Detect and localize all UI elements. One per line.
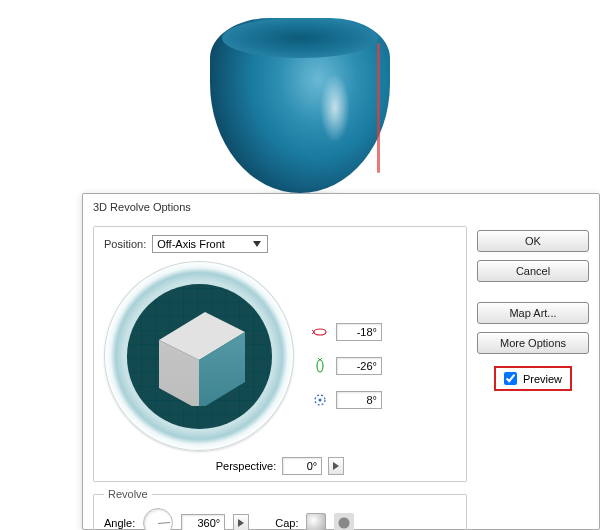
cap-label: Cap: [275,517,298,529]
perspective-label: Perspective: [216,460,277,472]
angle-step-button[interactable] [233,514,249,530]
cancel-button[interactable]: Cancel [477,260,589,282]
bowl-highlight [320,73,350,143]
rotate-x-icon [312,324,328,340]
rotate-z-input[interactable] [336,391,382,409]
preview-checkbox[interactable] [504,372,517,385]
position-label: Position: [104,238,146,250]
dialog-title: 3D Revolve Options [83,194,599,220]
cap-on-button[interactable] [306,513,326,530]
preview-checkbox-container[interactable]: Preview [494,366,572,391]
rotate-x-input[interactable] [336,323,382,341]
rotate-z-icon [312,392,328,408]
svg-point-0 [314,329,326,335]
position-value[interactable] [153,236,253,252]
position-combo[interactable] [152,235,268,253]
svg-point-1 [317,360,323,372]
angle-dial[interactable] [143,508,173,530]
revolved-bowl-shape [210,18,390,193]
revolve-group: Revolve Angle: Cap: [93,488,467,530]
cap-off-button[interactable] [334,513,354,530]
chevron-down-icon[interactable] [253,241,267,247]
rotate-y-input[interactable] [336,357,382,375]
svg-point-3 [319,399,322,402]
perspective-input[interactable] [282,457,322,475]
revolve-legend: Revolve [104,488,152,500]
ok-button[interactable]: OK [477,230,589,252]
rotate-y-icon [312,358,328,374]
position-group: Position: [93,226,467,482]
perspective-step-button[interactable] [328,457,344,475]
angle-label: Angle: [104,517,135,529]
3d-revolve-options-dialog: 3D Revolve Options Position: [82,193,600,530]
angle-input[interactable] [181,514,225,530]
orientation-trackball[interactable] [104,261,294,451]
preview-label: Preview [523,373,562,385]
map-art-button[interactable]: Map Art... [477,302,589,324]
orientation-cube[interactable] [149,306,249,406]
more-options-button[interactable]: More Options [477,332,589,354]
